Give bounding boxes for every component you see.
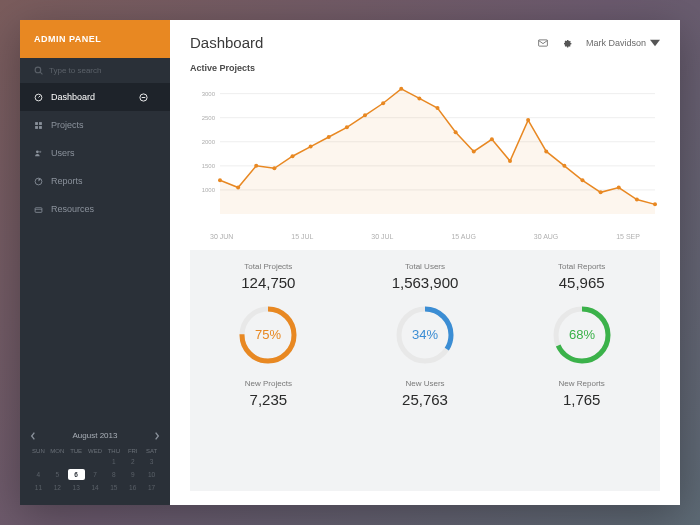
gauge-icon — [34, 93, 43, 102]
svg-rect-13 — [35, 207, 42, 212]
chart-title: Active Projects — [190, 63, 660, 73]
svg-rect-7 — [39, 122, 42, 125]
chevron-down-icon — [650, 38, 660, 48]
svg-point-10 — [36, 150, 39, 153]
svg-rect-8 — [35, 126, 38, 129]
cal-day[interactable]: 10 — [143, 469, 160, 480]
xtick: 15 SEP — [616, 233, 640, 240]
search-input[interactable]: Type to search — [20, 58, 170, 83]
svg-text:2000: 2000 — [202, 139, 216, 145]
stat-total: Total Projects124,750 — [190, 262, 347, 291]
calendar-grid: SUNMONTUEWEDTHUFRISAT1234567891011121314… — [30, 448, 160, 493]
gear-icon[interactable] — [562, 38, 572, 48]
svg-text:68%: 68% — [569, 327, 595, 342]
progress-ring: 34% — [347, 305, 504, 369]
cal-day[interactable]: 15 — [105, 482, 122, 493]
sidebar-item-label: Reports — [51, 176, 83, 186]
stat-label: New Projects — [190, 379, 347, 388]
cal-next-icon[interactable] — [154, 432, 160, 440]
calendar-title: August 2013 — [73, 431, 118, 440]
stat-total: Total Reports45,965 — [503, 262, 660, 291]
svg-point-34 — [345, 125, 349, 129]
cal-day[interactable]: 4 — [30, 469, 47, 480]
svg-point-39 — [436, 106, 440, 110]
stat-value: 1,563,900 — [347, 274, 504, 291]
progress-ring: 75% — [190, 305, 347, 369]
sidebar-item-dashboard[interactable]: Dashboard — [20, 83, 170, 111]
svg-text:1500: 1500 — [202, 163, 216, 169]
app-window: ADMIN PANEL Type to search DashboardProj… — [20, 20, 680, 505]
cal-day[interactable]: 17 — [143, 482, 160, 493]
brand-header: ADMIN PANEL — [20, 20, 170, 58]
svg-point-30 — [272, 166, 276, 170]
svg-point-33 — [327, 135, 331, 139]
box-icon — [34, 205, 43, 214]
user-menu[interactable]: Mark Davidson — [586, 38, 660, 48]
cal-day[interactable]: 2 — [124, 456, 141, 467]
xtick: 30 JUN — [210, 233, 233, 240]
cal-day[interactable]: 11 — [30, 482, 47, 493]
chart-xaxis: 30 JUN15 JUL30 JUL15 AUG30 AUG15 SEP — [190, 229, 660, 240]
svg-point-37 — [399, 87, 403, 91]
page-title: Dashboard — [190, 34, 263, 51]
svg-text:75%: 75% — [255, 327, 281, 342]
svg-point-32 — [309, 145, 313, 149]
cal-day[interactable]: 7 — [87, 469, 104, 480]
sidebar-item-projects[interactable]: Projects — [20, 111, 170, 139]
sidebar-item-reports[interactable]: Reports — [20, 167, 170, 195]
svg-marker-16 — [650, 39, 660, 46]
xtick: 15 AUG — [451, 233, 476, 240]
sidebar-item-resources[interactable]: Resources — [20, 195, 170, 223]
svg-point-11 — [39, 150, 41, 152]
cal-dow: TUE — [68, 448, 85, 454]
cal-dow: SUN — [30, 448, 47, 454]
svg-point-0 — [35, 67, 41, 73]
stat-label: Total Reports — [503, 262, 660, 271]
svg-point-50 — [635, 198, 639, 202]
search-placeholder: Type to search — [49, 66, 101, 75]
cal-dow: WED — [87, 448, 104, 454]
stat-label: Total Users — [347, 262, 504, 271]
main-content: Dashboard Mark Davidson Active Projects … — [170, 20, 680, 505]
svg-text:3000: 3000 — [202, 91, 216, 97]
cal-day[interactable]: 1 — [105, 456, 122, 467]
cal-day[interactable]: 14 — [87, 482, 104, 493]
cal-day[interactable]: 3 — [143, 456, 160, 467]
svg-point-36 — [381, 101, 385, 105]
svg-point-46 — [562, 164, 566, 168]
search-icon — [34, 66, 43, 75]
stat-value: 7,235 — [190, 391, 347, 408]
sidebar-item-label: Resources — [51, 204, 94, 214]
stat-label: Total Projects — [190, 262, 347, 271]
svg-point-49 — [617, 186, 621, 190]
mail-icon[interactable] — [538, 38, 548, 48]
cal-day[interactable]: 9 — [124, 469, 141, 480]
svg-point-28 — [236, 186, 240, 190]
stat-new: New Users25,763 — [347, 379, 504, 408]
cal-prev-icon[interactable] — [30, 432, 36, 440]
sidebar-item-label: Users — [51, 148, 75, 158]
cal-day[interactable]: 16 — [124, 482, 141, 493]
stat-value: 45,965 — [503, 274, 660, 291]
users-icon — [34, 149, 43, 158]
grid-icon — [34, 121, 43, 130]
cal-day[interactable]: 12 — [49, 482, 66, 493]
svg-point-44 — [526, 118, 530, 122]
svg-text:34%: 34% — [412, 327, 438, 342]
expand-icon — [139, 93, 148, 102]
cal-day[interactable]: 8 — [105, 469, 122, 480]
stat-new: New Reports1,765 — [503, 379, 660, 408]
cal-day[interactable]: 5 — [49, 469, 66, 480]
sidebar-item-users[interactable]: Users — [20, 139, 170, 167]
cal-dow: MON — [49, 448, 66, 454]
svg-point-27 — [218, 178, 222, 182]
cal-day[interactable]: 13 — [68, 482, 85, 493]
sidebar: ADMIN PANEL Type to search DashboardProj… — [20, 20, 170, 505]
svg-line-3 — [39, 95, 41, 97]
svg-text:1000: 1000 — [202, 187, 216, 193]
xtick: 30 AUG — [534, 233, 559, 240]
cal-day[interactable]: 6 — [68, 469, 85, 480]
svg-point-42 — [490, 137, 494, 141]
svg-rect-9 — [39, 126, 42, 129]
stat-label: New Users — [347, 379, 504, 388]
